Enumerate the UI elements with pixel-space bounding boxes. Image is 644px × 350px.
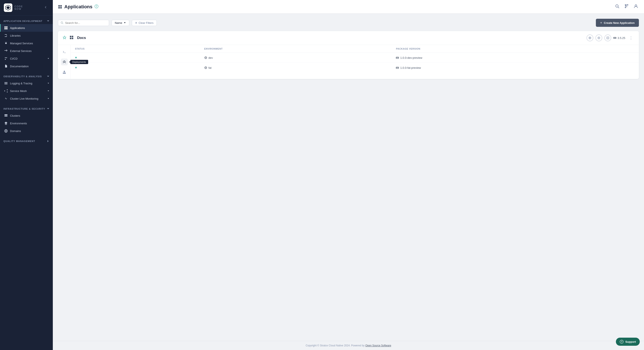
svg-point-14 [7,92,8,92]
sidebar-item-applications-label: Applications [10,26,25,30]
sidebar-item-documentation[interactable]: Documentation [0,62,53,70]
main-content: Applications [53,0,644,350]
filter-label: Name [115,21,122,24]
svg-rect-11 [4,84,8,84]
svg-rect-2 [4,26,6,28]
sidebar-item-applications[interactable]: Applications [0,24,53,32]
topbar-actions [614,3,639,10]
server-icon [4,114,8,118]
sidebar-item-service-mesh-label: Service Mesh [10,90,27,92]
sidebar-logo: Code NOW [0,0,53,16]
sidebar-collapse-button[interactable] [42,5,49,11]
logo-icon [4,4,12,12]
sidebar-item-clusters-label: Clusters [10,114,20,117]
row-2-status: ♥ [71,63,200,73]
sidebar-item-domains[interactable]: Domains [0,127,53,135]
table-row: ♥ dev [71,53,639,63]
svg-point-30 [627,4,628,5]
col-status: Status [71,45,200,53]
app-name: Docs [77,36,86,40]
svg-point-40 [589,37,591,39]
share-icon [4,89,8,93]
svg-marker-1 [6,6,10,9]
sidebar-item-cluster-monitoring[interactable]: Cluster Live Monitoring [0,95,53,102]
extensions-icon-btn[interactable] [61,69,68,76]
app-card-table-container: Status Environment Package Version ♥ [71,45,639,79]
app-more-button[interactable]: ⋮ [628,35,635,41]
section-quality: Quality Management [0,136,53,145]
svg-rect-36 [70,36,71,37]
page-icon [58,5,62,9]
app-card-header: Docs 3.5.25 [58,31,639,45]
app-icon-1[interactable] [586,34,593,41]
svg-rect-20 [58,5,60,6]
search-button[interactable] [614,3,620,10]
book-icon [4,34,8,38]
search-input[interactable] [65,21,106,24]
app-icon-3[interactable] [604,34,611,41]
sidebar-item-documentation-label: Documentation [10,65,28,68]
sidebar-item-environments-label: Environments [10,122,27,125]
app-card-body: Deployments Status Environment [58,45,639,79]
svg-rect-38 [70,38,71,39]
sidebar-item-service-mesh[interactable]: Service Mesh [0,87,53,95]
svg-rect-22 [58,7,60,8]
sidebar-item-libraries[interactable]: Libraries [0,32,53,40]
svg-point-7 [6,57,7,58]
svg-point-6 [5,57,6,58]
git-merge-button[interactable] [624,3,630,10]
pipelines-icon-btn[interactable] [61,48,68,55]
section-quality-header[interactable]: Quality Management [0,139,53,144]
topbar: Applications [53,0,644,14]
clear-filters-button[interactable]: ✕ Clear Filters [132,20,157,26]
svg-point-32 [635,5,637,6]
info-icon[interactable] [94,4,98,9]
user-button[interactable] [633,3,639,10]
sidebar-item-logging[interactable]: Logging & Tracing [0,80,53,87]
app-icon-2[interactable] [596,34,602,41]
svg-rect-4 [4,28,6,30]
search-icon [61,21,64,24]
sidebar-item-environments[interactable]: Environments [0,120,53,127]
svg-point-18 [6,116,7,116]
clear-x-icon: ✕ [135,21,137,24]
sidebar: Code NOW Application Development Applica… [0,0,53,350]
section-infra-header[interactable]: Infrastructure & Security [0,107,53,112]
col-environment: Environment [200,45,392,53]
sidebar-item-domains-label: Domains [10,130,21,133]
name-filter-button[interactable]: Name [112,20,129,26]
sidebar-item-managed-services-label: Managed Services [10,42,33,45]
svg-point-17 [6,114,7,115]
sidebar-item-managed-services[interactable]: Managed Services [0,40,53,47]
create-application-button[interactable]: + Create New Application [596,19,639,27]
file-icon [4,64,8,68]
pkg-icon [396,56,399,59]
sidebar-item-logging-label: Logging & Tracing [10,82,32,85]
support-icon: ? [620,340,624,344]
svg-rect-5 [6,28,8,30]
grid-icon [4,26,8,30]
support-button[interactable]: ? Support [616,338,640,346]
sidebar-item-cicd[interactable]: CI/CD [0,55,53,62]
section-observability-header[interactable]: Observability & Analysis [0,74,53,80]
sidebar-item-cluster-monitoring-label: Cluster Live Monitoring [10,97,38,100]
footer-oss-link[interactable]: Open Source Software [365,344,391,347]
search-box[interactable] [58,20,109,26]
svg-line-34 [62,24,63,24]
section-app-dev: Application Development Applications Lib… [0,16,53,71]
section-observability: Observability & Analysis Logging & Traci… [0,71,53,103]
status-healthy-icon-2: ♥ [75,66,77,70]
svg-rect-21 [60,5,62,6]
sidebar-item-external-services-label: External Services [10,50,32,52]
sidebar-item-clusters[interactable]: Clusters [0,112,53,120]
sidebar-item-libraries-label: Libraries [10,34,21,37]
row-1-package-version: 1.0.0-dev-preview [392,53,639,63]
create-application-label: Create New Application [604,21,635,24]
favorite-button[interactable] [62,35,67,41]
row-1-status: ♥ [71,53,200,63]
section-app-dev-header[interactable]: Application Development [0,19,53,24]
content-area: Name ✕ Clear Filters + Create New Applic… [53,14,644,341]
svg-point-33 [61,22,62,24]
deployments-icon-btn[interactable]: Deployments [61,58,68,65]
sidebar-item-external-services[interactable]: External Services [0,47,53,55]
